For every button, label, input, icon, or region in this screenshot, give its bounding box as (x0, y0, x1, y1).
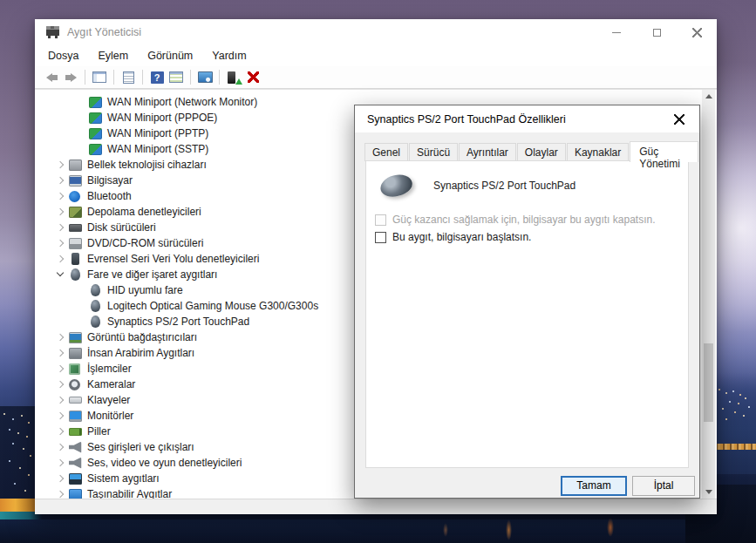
tree-item-label: DVD/CD-ROM sürücüleri (87, 237, 203, 249)
tree-item-label: Ses, video ve oyun denetleyicileri (87, 457, 242, 469)
chevron-right-icon[interactable] (54, 331, 67, 343)
toolbar-separator (85, 70, 85, 85)
memory-card-icon (69, 160, 82, 171)
dialog-title-bar[interactable]: Synaptics PS/2 Port TouchPad Özellikleri (355, 105, 699, 132)
tree-scrollbar[interactable] (702, 90, 715, 499)
dialog-close-button[interactable] (664, 105, 694, 132)
chevron-right-icon[interactable] (54, 441, 67, 453)
tab-genel[interactable]: Genel (364, 143, 408, 161)
chevron-right-icon[interactable] (54, 394, 67, 406)
mouse-icon (91, 300, 100, 312)
tree-item-label: Depolama denetleyicileri (87, 206, 201, 218)
maximize-button[interactable] (637, 19, 677, 45)
tree-item-label: HID uyumlu fare (107, 284, 183, 296)
tree-item-label: Evrensel Seri Veri Yolu denetleyicileri (87, 253, 259, 265)
tree-item-label: Synaptics PS/2 Port TouchPad (107, 316, 249, 328)
speaker-icon (69, 442, 82, 453)
wallpaper-light-reflection (506, 519, 512, 540)
tree-item-label: WAN Miniport (SSTP) (107, 143, 208, 155)
chevron-right-icon[interactable] (54, 410, 67, 422)
tree-item-label: Monitörler (87, 410, 133, 422)
wake-device-checkbox-label: Bu aygıt, bilgisayarı başlatsın. (392, 231, 531, 243)
tree-item-label: Ses girişleri ve çıkışları (87, 441, 194, 453)
properties-icon[interactable] (119, 68, 138, 87)
network-adapter-icon (89, 144, 102, 155)
tree-item-label: Bluetooth (87, 190, 132, 202)
ok-button[interactable]: Tamam (561, 476, 627, 496)
menu-item-gorunum[interactable]: Görünüm (138, 47, 202, 64)
network-adapter-icon (89, 112, 102, 124)
system-devices-icon (69, 473, 82, 485)
menu-item-yardim[interactable]: Yardım (202, 47, 255, 64)
close-icon (674, 114, 684, 125)
mouse-icon (91, 316, 100, 328)
windows-list-icon[interactable] (167, 68, 186, 87)
chevron-right-icon[interactable] (54, 347, 67, 359)
menu-item-eylem[interactable]: Eylem (88, 47, 138, 64)
tree-item-label: Taşınabilir Aygıtlar (87, 488, 172, 499)
chevron-right-icon[interactable] (54, 363, 67, 375)
wake-device-checkbox[interactable] (375, 232, 386, 243)
tab-surucu[interactable]: Sürücü (409, 143, 458, 161)
back-arrow-icon[interactable] (42, 68, 61, 87)
wallpaper-light-reflection (443, 523, 448, 537)
chevron-right-icon[interactable] (54, 159, 67, 171)
title-bar[interactable]: Aygıt Yöneticisi (35, 19, 717, 45)
toolbar-separator (190, 70, 191, 85)
chevron-right-icon[interactable] (54, 174, 67, 187)
camera-icon (69, 379, 80, 390)
chevron-down-icon[interactable] (54, 268, 67, 281)
dvd-drive-icon (69, 238, 82, 249)
dialog-title: Synaptics PS/2 Port TouchPad Özellikleri (367, 113, 566, 126)
close-button[interactable] (677, 19, 717, 45)
chevron-right-icon[interactable] (54, 206, 67, 218)
forward-arrow-icon[interactable] (61, 68, 80, 87)
touchpad-properties-dialog: Synaptics PS/2 Port TouchPad Özellikleri… (354, 105, 700, 499)
mouse-icon (71, 268, 80, 281)
chevron-right-icon[interactable] (54, 472, 67, 485)
help-icon[interactable] (147, 68, 167, 87)
wallpaper-city-skyline (713, 373, 756, 474)
scan-hardware-icon[interactable] (195, 68, 215, 87)
chevron-right-icon[interactable] (54, 221, 67, 234)
tree-item-label: İnsan Arabirim Aygıtları (87, 347, 194, 359)
menu-bar: DosyaEylemGörünümYardım (35, 45, 717, 66)
status-bar (35, 499, 717, 514)
chevron-right-icon[interactable] (54, 190, 67, 202)
disk-drive-icon (69, 224, 82, 232)
scroll-up-icon[interactable] (702, 90, 715, 103)
tree-item-label: Klavyeler (87, 394, 130, 406)
display-adapter-icon (69, 332, 82, 343)
checkbox-power-save-row: Güç kazancı sağlamak için, bilgisayar bu… (375, 214, 655, 226)
tree-item-label: Bilgisayar (87, 174, 133, 187)
chevron-right-icon[interactable] (54, 457, 67, 469)
computer-icon (69, 175, 82, 187)
scroll-down-icon[interactable] (702, 485, 715, 499)
processor-icon (69, 363, 80, 375)
chevron-right-icon[interactable] (54, 237, 67, 249)
window-title: Aygıt Yöneticisi (67, 26, 141, 38)
minimize-button[interactable] (596, 19, 637, 45)
scrollbar-thumb[interactable] (704, 343, 713, 422)
tab-olaylar[interactable]: Olaylar (517, 143, 566, 161)
tab-ayrintilar[interactable]: Ayrıntılar (459, 143, 516, 161)
cancel-button[interactable]: İptal (632, 476, 695, 496)
menu-item-dosya[interactable]: Dosya (38, 47, 88, 64)
tab-guc-yonetimi[interactable]: Güç Yönetimi (630, 141, 698, 162)
network-adapter-icon (89, 128, 102, 139)
checkbox-wake-row[interactable]: Bu aygıt, bilgisayarı başlatsın. (375, 231, 531, 243)
chevron-right-icon[interactable] (54, 253, 67, 265)
desktop: Aygıt Yöneticisi DosyaEylemGörünümYardım… (0, 0, 756, 543)
toolbar (35, 66, 717, 89)
minimize-icon (612, 32, 621, 33)
tab-kaynaklar[interactable]: Kaynaklar (567, 143, 629, 161)
uninstall-icon[interactable] (243, 68, 262, 87)
chevron-right-icon[interactable] (54, 378, 67, 390)
portable-devices-icon (69, 489, 82, 499)
toolbar-separator (219, 70, 220, 85)
chevron-right-icon[interactable] (54, 488, 67, 499)
toolbar-separator (142, 70, 143, 85)
console-tree-icon[interactable] (90, 68, 109, 87)
chevron-right-icon[interactable] (54, 425, 67, 438)
update-driver-icon[interactable] (224, 68, 243, 87)
